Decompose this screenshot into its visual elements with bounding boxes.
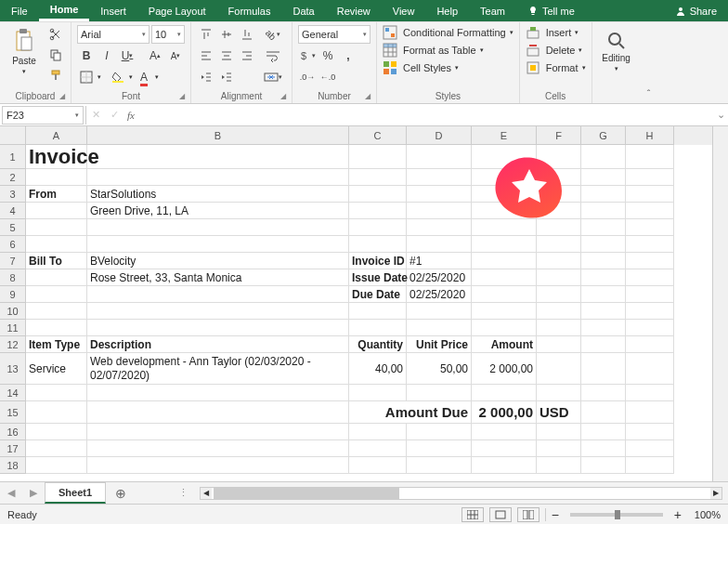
cell-D1[interactable] (407, 145, 472, 169)
cell-H18[interactable] (626, 457, 674, 474)
cell-F14[interactable] (537, 385, 581, 401)
cell-styles-button[interactable]: Cell Styles▾ (383, 60, 514, 75)
increase-indent-button[interactable] (217, 68, 236, 86)
cell-F5[interactable] (537, 219, 581, 236)
hscroll-right-arrow[interactable]: ▶ (710, 488, 722, 499)
cell-B4[interactable]: Green Drive, 11, LA (87, 203, 349, 219)
cell-H14[interactable] (626, 385, 674, 401)
row-header-12[interactable]: 12 (0, 336, 26, 353)
horizontal-scrollbar[interactable]: ◀ ▶ (200, 487, 722, 500)
col-header-B[interactable]: B (87, 126, 349, 145)
row-header-5[interactable]: 5 (0, 219, 26, 236)
align-right-button[interactable] (238, 46, 256, 65)
formula-input[interactable] (138, 106, 713, 125)
align-bottom-button[interactable] (238, 25, 256, 44)
cell-B7[interactable]: BVelocity (87, 253, 349, 269)
vertical-scrollbar[interactable] (712, 126, 728, 481)
align-center-button[interactable] (217, 46, 236, 65)
row-header-9[interactable]: 9 (0, 286, 26, 303)
font-size-select[interactable]: 10▾ (151, 25, 185, 44)
dialog-launcher-icon[interactable]: ◢ (177, 92, 187, 101)
menu-formulas[interactable]: Formulas (217, 1, 282, 21)
cell-F6[interactable] (537, 236, 581, 253)
cell-H8[interactable] (626, 269, 674, 286)
zoom-in-button[interactable]: + (674, 507, 682, 522)
cell-F10[interactable] (537, 303, 581, 320)
cell-D2[interactable] (407, 169, 472, 186)
bold-button[interactable]: B (77, 46, 96, 65)
increase-decimal-button[interactable]: .0→ (298, 68, 317, 86)
cell-A5[interactable] (26, 219, 87, 236)
col-header-E[interactable]: E (472, 126, 537, 145)
cell-F18[interactable] (537, 457, 581, 474)
cell-G18[interactable] (581, 457, 626, 474)
orientation-button[interactable]: ab▾ (260, 25, 286, 44)
cell-F16[interactable] (537, 424, 581, 440)
cell-B17[interactable] (87, 440, 349, 457)
cell-E5[interactable] (472, 219, 537, 236)
col-header-A[interactable]: A (26, 126, 87, 145)
row-header-7[interactable]: 7 (0, 253, 26, 269)
cell-H11[interactable] (626, 320, 674, 336)
decrease-indent-button[interactable] (197, 68, 215, 86)
cell-C16[interactable] (349, 424, 407, 440)
cell-A10[interactable] (26, 303, 87, 320)
cell-C10[interactable] (349, 303, 407, 320)
cell-D9[interactable]: 02/25/2020 (407, 286, 472, 303)
cell-H15[interactable] (626, 401, 674, 424)
cell-E7[interactable] (472, 253, 537, 269)
cell-C5[interactable] (349, 219, 407, 236)
cell-D10[interactable] (407, 303, 472, 320)
cell-F11[interactable] (537, 320, 581, 336)
sheet-nav-next[interactable]: ▶ (22, 487, 45, 499)
cell-F8[interactable] (537, 269, 581, 286)
cell-C13[interactable]: 40,00 (349, 353, 407, 385)
zoom-out-button[interactable]: − (552, 507, 559, 522)
cell-E16[interactable] (472, 424, 537, 440)
align-middle-button[interactable] (217, 25, 236, 44)
cell-H3[interactable] (626, 186, 674, 203)
cell-B10[interactable] (87, 303, 349, 320)
cell-C4[interactable] (349, 203, 407, 219)
row-header-8[interactable]: 8 (0, 269, 26, 286)
cell-A4[interactable] (26, 203, 87, 219)
spreadsheet-grid[interactable]: A B C D E F G H 1Invoice23FromStarSoluti… (0, 126, 712, 481)
font-color-button[interactable]: A (135, 68, 153, 86)
cell-A18[interactable] (26, 457, 87, 474)
cell-A2[interactable] (26, 169, 87, 186)
cell-A16[interactable] (26, 424, 87, 440)
cell-B14[interactable] (87, 385, 349, 401)
conditional-formatting-button[interactable]: Conditional Formatting▾ (383, 25, 514, 40)
row-header-14[interactable]: 14 (0, 385, 26, 401)
cell-E17[interactable] (472, 440, 537, 457)
cell-H17[interactable] (626, 440, 674, 457)
cell-D13[interactable]: 50,00 (407, 353, 472, 385)
cell-G4[interactable] (581, 203, 626, 219)
cell-D17[interactable] (407, 440, 472, 457)
menu-help[interactable]: Help (425, 1, 469, 21)
cell-E9[interactable] (472, 286, 537, 303)
cell-A12[interactable]: Item Type (26, 336, 87, 353)
merge-button[interactable]: ▾ (260, 68, 286, 86)
fill-color-button[interactable] (109, 68, 127, 86)
cell-E6[interactable] (472, 236, 537, 253)
cell-H2[interactable] (626, 169, 674, 186)
borders-button[interactable] (77, 68, 96, 86)
cell-F13[interactable] (537, 353, 581, 385)
row-header-10[interactable]: 10 (0, 303, 26, 320)
cell-A9[interactable] (26, 286, 87, 303)
col-header-F[interactable]: F (537, 126, 581, 145)
cell-C6[interactable] (349, 236, 407, 253)
format-as-table-button[interactable]: Format as Table▾ (383, 43, 514, 58)
format-cells-button[interactable]: Format▾ (526, 60, 586, 75)
cell-B3[interactable]: StarSolutions (87, 186, 349, 203)
cell-C11[interactable] (349, 320, 407, 336)
cell-G12[interactable] (581, 336, 626, 353)
format-painter-button[interactable] (46, 66, 65, 85)
row-header-2[interactable]: 2 (0, 169, 26, 186)
cell-B9[interactable] (87, 286, 349, 303)
cell-E11[interactable] (472, 320, 537, 336)
cell-B18[interactable] (87, 457, 349, 474)
cell-E12[interactable]: Amount (472, 336, 537, 353)
cell-G17[interactable] (581, 440, 626, 457)
